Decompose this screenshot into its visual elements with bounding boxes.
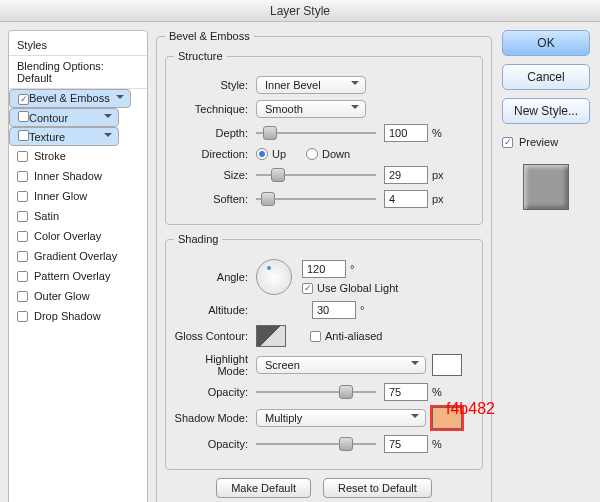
gloss-contour-picker[interactable] (256, 325, 286, 347)
depth-slider[interactable] (256, 126, 376, 140)
reset-default-button[interactable]: Reset to Default (323, 478, 432, 498)
direction-label: Direction: (174, 148, 256, 160)
structure-legend: Structure (174, 50, 227, 62)
highlight-mode-label: Highlight Mode: (174, 353, 256, 377)
preview-checkbox[interactable] (502, 137, 513, 148)
sidebar-item-inner-shadow[interactable]: Inner Shadow (9, 166, 147, 186)
highlight-mode-select[interactable]: Screen (256, 356, 426, 374)
checkbox-icon[interactable] (17, 151, 28, 162)
sidebar-item-satin[interactable]: Satin (9, 206, 147, 226)
cancel-button[interactable]: Cancel (502, 64, 590, 90)
checkbox-icon[interactable] (17, 211, 28, 222)
sidebar-item-texture[interactable]: Texture (9, 127, 119, 146)
shadow-opacity-label: Opacity: (174, 438, 256, 450)
checkbox-icon[interactable] (17, 251, 28, 262)
sidebar-styles-header[interactable]: Styles (9, 35, 147, 56)
styles-sidebar: Styles Blending Options: Default Bevel &… (8, 30, 148, 502)
sidebar-item-inner-glow[interactable]: Inner Glow (9, 186, 147, 206)
highlight-opacity-slider[interactable] (256, 385, 376, 399)
sidebar-item-bevel[interactable]: Bevel & Emboss (9, 89, 131, 108)
radio-up[interactable] (256, 148, 268, 160)
angle-label: Angle: (174, 271, 256, 283)
technique-select[interactable]: Smooth (256, 100, 366, 118)
new-style-button[interactable]: New Style... (502, 98, 590, 124)
angle-field[interactable]: 120 (302, 260, 346, 278)
shadow-opacity-field[interactable]: 75 (384, 435, 428, 453)
depth-field[interactable]: 100 (384, 124, 428, 142)
checkbox-icon[interactable] (18, 111, 29, 122)
highlight-opacity-field[interactable]: 75 (384, 383, 428, 401)
highlight-opacity-label: Opacity: (174, 386, 256, 398)
color-annotation: f4b482 (446, 400, 495, 418)
depth-label: Depth: (174, 127, 256, 139)
altitude-label: Altitude: (174, 304, 256, 316)
checkbox-icon[interactable] (17, 291, 28, 302)
size-slider[interactable] (256, 168, 376, 182)
highlight-color-swatch[interactable] (432, 354, 462, 376)
bevel-group: Bevel & Emboss Structure Style:Inner Bev… (156, 30, 492, 502)
window-title: Layer Style (0, 0, 600, 22)
shadow-mode-label: Shadow Mode: (174, 412, 256, 424)
soften-label: Soften: (174, 193, 256, 205)
soften-field[interactable]: 4 (384, 190, 428, 208)
shadow-opacity-slider[interactable] (256, 437, 376, 451)
style-select[interactable]: Inner Bevel (256, 76, 366, 94)
technique-label: Technique: (174, 103, 256, 115)
size-field[interactable]: 29 (384, 166, 428, 184)
antialias-checkbox[interactable] (310, 331, 321, 342)
checkbox-icon[interactable] (18, 94, 29, 105)
sidebar-blending-header[interactable]: Blending Options: Default (9, 56, 147, 89)
sidebar-item-contour[interactable]: Contour (9, 108, 119, 127)
ok-button[interactable]: OK (502, 30, 590, 56)
global-light-checkbox[interactable] (302, 283, 313, 294)
make-default-button[interactable]: Make Default (216, 478, 311, 498)
radio-down[interactable] (306, 148, 318, 160)
angle-dial[interactable] (256, 259, 292, 295)
sidebar-item-pattern-overlay[interactable]: Pattern Overlay (9, 266, 147, 286)
checkbox-icon[interactable] (17, 191, 28, 202)
gloss-label: Gloss Contour: (174, 330, 256, 342)
shading-group: Shading Angle: 120° Use Global Light Alt… (165, 233, 483, 470)
sidebar-item-gradient-overlay[interactable]: Gradient Overlay (9, 246, 147, 266)
sidebar-item-drop-shadow[interactable]: Drop Shadow (9, 306, 147, 326)
sidebar-item-stroke[interactable]: Stroke (9, 146, 147, 166)
size-label: Size: (174, 169, 256, 181)
style-label: Style: (174, 79, 256, 91)
altitude-field[interactable]: 30 (312, 301, 356, 319)
panel-title: Bevel & Emboss (165, 30, 254, 42)
soften-slider[interactable] (256, 192, 376, 206)
checkbox-icon[interactable] (18, 130, 29, 141)
shading-legend: Shading (174, 233, 222, 245)
checkbox-icon[interactable] (17, 171, 28, 182)
checkbox-icon[interactable] (17, 231, 28, 242)
shadow-mode-select[interactable]: Multiply (256, 409, 426, 427)
sidebar-item-color-overlay[interactable]: Color Overlay (9, 226, 147, 246)
checkbox-icon[interactable] (17, 271, 28, 282)
preview-swatch (523, 164, 569, 210)
sidebar-item-outer-glow[interactable]: Outer Glow (9, 286, 147, 306)
checkbox-icon[interactable] (17, 311, 28, 322)
structure-group: Structure Style:Inner Bevel Technique:Sm… (165, 50, 483, 225)
